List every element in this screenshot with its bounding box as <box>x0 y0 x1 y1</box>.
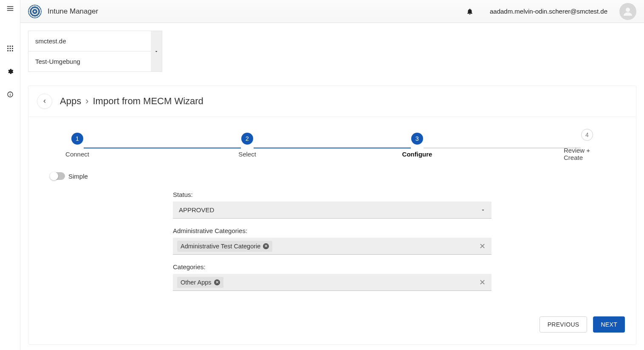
admin-categories-input[interactable]: Administrative Test Categorie ✕ ✕ <box>173 238 491 255</box>
admin-categories-label: Administrative Categories: <box>173 227 491 234</box>
notifications-bell-icon[interactable] <box>466 8 474 15</box>
step-number: 3 <box>411 133 423 145</box>
breadcrumb-page: Import from MECM Wizard <box>93 96 203 107</box>
step-label: Select <box>238 151 256 158</box>
svg-rect-6 <box>7 50 8 51</box>
categories-label: Categories: <box>173 263 491 270</box>
svg-point-11 <box>10 93 10 93</box>
chevron-down-icon <box>480 208 486 213</box>
user-avatar[interactable] <box>619 3 636 20</box>
svg-rect-7 <box>9 50 11 51</box>
step-select[interactable]: 2 Select <box>224 133 271 158</box>
categories-input[interactable]: Other Apps ✕ ✕ <box>173 274 491 291</box>
nav-rail <box>0 0 20 350</box>
step-connector <box>254 148 411 148</box>
step-connector <box>84 148 241 148</box>
settings-gear-icon[interactable] <box>6 67 14 76</box>
svg-rect-0 <box>7 46 8 47</box>
step-number: 2 <box>241 133 253 145</box>
svg-rect-4 <box>9 48 11 49</box>
admin-category-chip: Administrative Test Categorie ✕ <box>177 241 272 252</box>
previous-button[interactable]: PREVIOUS <box>539 316 588 333</box>
menu-icon[interactable] <box>6 4 14 13</box>
tenant-selector[interactable]: smctest.de Test-Umgebung <box>28 31 162 72</box>
status-select[interactable]: APPROVED <box>173 202 491 219</box>
step-connector <box>424 148 581 148</box>
tenant-domain: smctest.de <box>28 31 151 51</box>
wizard-stepper: 1 Connect 2 Select 3 Configure <box>28 117 636 165</box>
chip-remove-icon[interactable]: ✕ <box>263 243 269 249</box>
toggle-knob <box>50 172 58 180</box>
step-number: 1 <box>71 133 83 145</box>
chip-label: Other Apps <box>181 279 212 286</box>
chevron-down-icon[interactable] <box>151 31 162 71</box>
svg-rect-3 <box>7 48 8 49</box>
svg-rect-8 <box>12 50 13 51</box>
topbar: Intune Manager aadadm.melvin-odin.schere… <box>20 0 644 23</box>
breadcrumb: Apps › Import from MECM Wizard <box>60 96 203 107</box>
simple-toggle[interactable] <box>50 172 65 180</box>
category-chip: Other Apps ✕ <box>177 277 223 288</box>
step-connect[interactable]: 1 Connect <box>54 133 101 158</box>
app-title: Intune Manager <box>48 7 98 16</box>
svg-rect-5 <box>12 48 13 49</box>
wizard-card: Apps › Import from MECM Wizard 1 Connect… <box>28 85 636 345</box>
breadcrumb-root[interactable]: Apps <box>60 96 81 107</box>
simple-toggle-label: Simple <box>68 173 88 180</box>
chip-label: Administrative Test Categorie <box>181 243 260 250</box>
status-value: APPROVED <box>179 206 214 213</box>
chip-remove-icon[interactable]: ✕ <box>214 279 220 285</box>
svg-rect-2 <box>12 46 13 47</box>
step-configure[interactable]: 3 Configure <box>394 133 441 158</box>
status-label: Status: <box>173 191 491 198</box>
step-label: Connect <box>65 151 89 158</box>
app-logo <box>28 5 42 18</box>
next-button[interactable]: NEXT <box>593 316 625 333</box>
chevron-right-icon: › <box>85 96 88 107</box>
info-icon[interactable] <box>6 90 14 99</box>
user-email: aadadm.melvin-odin.scherer@smctest.de <box>490 8 607 15</box>
step-label: Configure <box>402 151 432 158</box>
clear-all-icon[interactable]: ✕ <box>477 242 487 251</box>
svg-point-12 <box>626 8 630 12</box>
back-button[interactable] <box>37 94 52 109</box>
clear-all-icon[interactable]: ✕ <box>477 278 487 287</box>
step-label: Review + Create <box>564 147 610 161</box>
tenant-env: Test-Umgebung <box>28 51 151 71</box>
step-number: 4 <box>581 129 593 141</box>
apps-grid-icon[interactable] <box>6 44 14 53</box>
svg-rect-1 <box>9 46 11 47</box>
step-review-create[interactable]: 4 Review + Create <box>564 129 610 161</box>
